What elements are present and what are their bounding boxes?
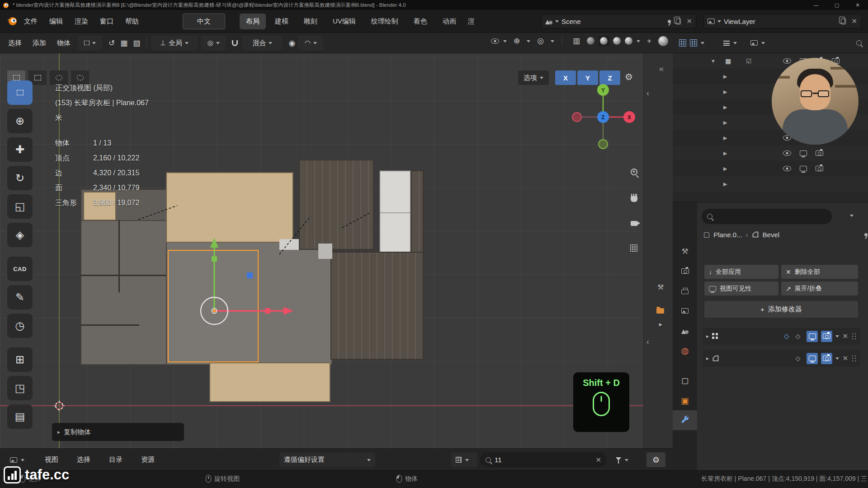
menu-file[interactable]: 文件 [18, 14, 43, 29]
realtime-toggle[interactable] [807, 353, 818, 364]
properties-search[interactable] [702, 209, 832, 224]
chevron-left-icon[interactable]: ‹ [646, 89, 649, 98]
tab-animation[interactable]: 动画 [436, 14, 462, 29]
breadcrumb-object[interactable]: Plane.0... [713, 231, 742, 239]
shading-wireframe-icon[interactable] [587, 37, 594, 45]
matcap-sphere-icon[interactable] [658, 36, 668, 46]
tool-add-cube[interactable]: ⊞ [7, 347, 33, 372]
display-mode-icon[interactable] [679, 39, 686, 47]
tool-add-plane[interactable]: ◳ [7, 376, 33, 400]
screen-icon[interactable] [800, 166, 807, 171]
falloff-dropdown[interactable]: ◠ [298, 36, 323, 50]
tool-extra[interactable]: ▤ [7, 404, 33, 429]
apply-all-button[interactable]: ↓ 全部应用 [704, 265, 778, 279]
tool-rotate[interactable]: ↻ [7, 166, 33, 190]
menu-render[interactable]: 渲染 [69, 14, 94, 29]
navigation-gizmo[interactable]: Y X Z [561, 66, 646, 152]
xray-toggle-icon[interactable]: ▥ [573, 36, 580, 46]
outliner-row[interactable]: ▶ [673, 161, 868, 176]
vertex-group-toggle[interactable]: ◇ [784, 332, 789, 340]
camera-icon[interactable] [816, 166, 823, 171]
footer-menu-catalog[interactable]: 目录 [103, 452, 128, 467]
tab-tool[interactable]: ⚒ [673, 241, 697, 261]
add-modifier-button[interactable]: + 添加修改器 [704, 301, 858, 318]
tri-closed-icon[interactable]: ▶ [723, 135, 727, 141]
tool-transform[interactable]: ◈ [7, 223, 33, 247]
operator-panel[interactable]: ▸ 复制物体 [52, 423, 184, 441]
tab-object[interactable]: ▣ [673, 390, 697, 410]
chevron-down-icon[interactable] [835, 335, 839, 339]
tab-shading[interactable]: 着色 [407, 14, 434, 29]
menu-object[interactable]: 物体 [52, 35, 76, 51]
tool-popup-icon[interactable]: ⚒ [657, 283, 664, 291]
tri-open-icon[interactable]: ▼ [711, 58, 716, 64]
viewport-3d[interactable]: 选项 X Y Z ⚙ ⊕ ✚ ↻ ◱ ◈ CAD ✎ ◷ ⊞ ◳ ▤ 正交顶视图… [0, 53, 673, 448]
chevron-down-icon[interactable] [850, 212, 854, 220]
room-gray-left[interactable] [80, 220, 168, 365]
move-gizmo[interactable] [168, 189, 312, 383]
shading-material-icon[interactable] [613, 37, 621, 45]
language-button[interactable]: 中文 [183, 14, 225, 29]
delete-all-button[interactable]: ✕ 删除全部 [781, 265, 858, 279]
edit-mode-toggle[interactable]: ◇ [792, 331, 803, 342]
tab-modifiers[interactable] [673, 410, 697, 430]
collapse-icon[interactable]: « [659, 64, 664, 74]
scene-selector[interactable]: Scene ✕ [541, 14, 696, 28]
asset-search[interactable]: ✕ [480, 452, 607, 467]
snap-mode-dropdown[interactable]: 混合 [242, 36, 282, 50]
breadcrumb-modifier[interactable]: Bevel [763, 231, 780, 239]
pin-icon[interactable] [864, 233, 868, 236]
minimize-icon[interactable]: — [806, 0, 826, 10]
outliner-row[interactable]: ▶ [673, 176, 868, 192]
visibility-icon[interactable] [491, 38, 499, 44]
search-icon[interactable] [856, 40, 862, 46]
tool-cad[interactable]: CAD [7, 257, 33, 281]
display-mode-alt-icon[interactable] [690, 39, 697, 47]
filter-dropdown[interactable] [611, 452, 633, 467]
mode-dropdown[interactable] [78, 36, 102, 50]
blender-logo-icon[interactable] [6, 16, 18, 26]
proportional-edit-icon[interactable]: ◉ [288, 38, 295, 48]
chevron-down-icon[interactable] [835, 357, 839, 361]
tool-select-box[interactable] [7, 80, 33, 105]
render-toggle[interactable] [821, 353, 832, 364]
eye-icon[interactable] [783, 150, 791, 156]
edit-mode-toggle[interactable]: ◇ [792, 353, 803, 364]
tab-render[interactable] [673, 261, 697, 281]
tab-modeling[interactable]: 建模 [269, 14, 295, 29]
modifier-row-2[interactable]: ▸ ◇ ✕ [703, 350, 860, 367]
display-mode-dropdown[interactable] [451, 452, 477, 467]
tri-closed-icon[interactable]: ▶ [723, 104, 727, 110]
chevron-left-icon[interactable]: ‹ [646, 337, 649, 347]
tool-cursor[interactable]: ⊕ [7, 109, 33, 133]
zoom-button[interactable]: + [625, 163, 642, 180]
overlays-icon[interactable]: ◎ [537, 36, 544, 46]
delete-viewlayer-icon[interactable]: ✕ [851, 17, 857, 25]
tri-closed-icon[interactable]: ▶ [723, 181, 727, 187]
menu-window[interactable]: 窗口 [94, 14, 119, 29]
tab-collection[interactable]: ▢ [673, 371, 697, 390]
close-icon[interactable]: ✕ [842, 354, 848, 362]
menu-select[interactable]: 选择 [3, 35, 27, 51]
tab-rendering-partial[interactable]: 渲 [465, 14, 477, 29]
tool-scale[interactable]: ◱ [7, 194, 33, 219]
import-method-dropdown[interactable]: 遵循偏好设置 [279, 452, 375, 467]
caret-right-icon[interactable]: ▸ [706, 355, 709, 361]
tab-scene[interactable] [673, 321, 697, 341]
drag-handle[interactable] [851, 355, 857, 362]
pin-icon[interactable] [668, 20, 671, 23]
menu-edit[interactable]: 编辑 [43, 14, 69, 29]
outliner-row[interactable]: ▶ [673, 145, 868, 161]
footer-menu-asset[interactable]: 资源 [135, 452, 160, 467]
editor-type-dropdown[interactable] [5, 452, 29, 467]
pan-hand-button[interactable] [625, 189, 642, 206]
tool-move[interactable]: ✚ [7, 137, 33, 162]
snap-rotate-icon[interactable]: ↺ [108, 38, 115, 48]
perspective-grid-button[interactable] [625, 239, 642, 257]
cabinet-white[interactable] [379, 170, 411, 258]
folder-icon[interactable] [656, 308, 664, 314]
tab-layout[interactable]: 布局 [240, 14, 266, 29]
viewlayer-selector[interactable]: ViewLayer ✕ [703, 14, 861, 28]
pivot-dropdown[interactable]: ◎ [201, 36, 226, 50]
clear-search-icon[interactable]: ✕ [595, 456, 601, 464]
